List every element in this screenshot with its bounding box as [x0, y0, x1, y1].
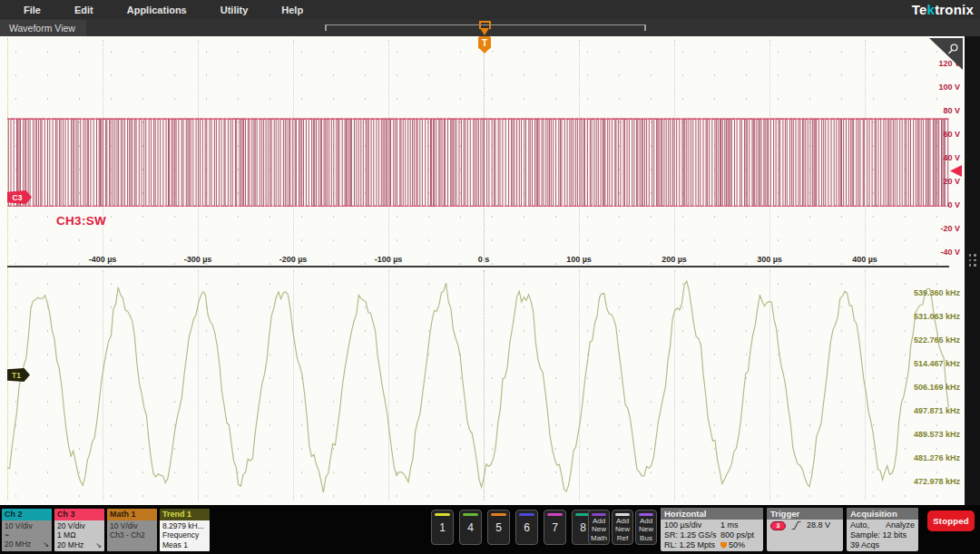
horizontal-row: SR: 1.25 GS/s800 ps/pt [664, 530, 760, 540]
badge-body: 10 V/div⌁20 MHz↘ [2, 520, 52, 552]
badge-text: 20 MHz [57, 540, 83, 550]
logo-te: Te [912, 2, 927, 17]
channel-color-stripe [435, 513, 450, 516]
trigger-panel-body: 3 28.8 V [767, 520, 843, 531]
frequency-label: 514.467 kHz [914, 359, 960, 368]
run-stop-button[interactable]: Stopped [927, 510, 975, 531]
trigger-panel-title: Trigger [767, 508, 843, 520]
acquisition-panel-title: Acquisition [847, 508, 918, 520]
scope-button-label: 4 [467, 521, 474, 534]
add-button-stripe [592, 513, 606, 516]
menu-bar: FileEditApplicationsUtilityHelp Tektroni… [0, 0, 980, 19]
channel-badge-ch2[interactable]: Ch 210 V/div⌁20 MHz↘ [2, 509, 52, 551]
horizontal-panel-title: Horizontal [661, 508, 763, 520]
horizontal-right-value: 800 ps/pt [720, 530, 754, 540]
badge-text: 20 MHz [5, 539, 31, 549]
settings-bar: Ch 210 V/div⌁20 MHz↘Ch 320 V/div1 MΩ20 M… [0, 505, 980, 554]
horizontal-left-value: RL: 1.25 Mpts [664, 540, 720, 550]
badge-row: Ch3 - Ch2 [110, 530, 154, 540]
badge-row: 20 V/div [57, 521, 102, 531]
trigger-source-badge: 3 [770, 521, 786, 530]
add-button-label: Add New Ref [615, 517, 630, 543]
badge-body: 20 V/div1 MΩ20 MHz↘ [54, 520, 104, 552]
horizontal-left-value: SR: 1.25 GS/s [664, 530, 720, 540]
badge-text: 20 V/div [57, 521, 85, 531]
time-label: -400 µs [89, 255, 117, 264]
scope-button-4[interactable]: 4 [459, 510, 482, 545]
scope-button-6[interactable]: 6 [515, 510, 538, 545]
add-new-math-button[interactable]: Add New Math [588, 510, 610, 545]
voltage-label: 100 V [938, 83, 960, 92]
horizontal-row: 100 µs/div1 ms [664, 520, 760, 530]
scope-button-label: 7 [552, 521, 558, 534]
expansion-point-icon [720, 542, 727, 549]
voltage-label: 0 V [947, 200, 960, 209]
time-label: 400 µs [852, 255, 877, 264]
frequency-label: 531.063 kHz [914, 312, 960, 321]
oscilloscope-app: FileEditApplicationsUtilityHelp Tektroni… [0, 0, 980, 554]
scope-button-1[interactable]: 1 [431, 510, 454, 545]
badge-row: Frequency [162, 530, 207, 540]
menu-item-help[interactable]: Help [281, 5, 303, 15]
trigger-panel[interactable]: Trigger 3 28.8 V [767, 508, 843, 551]
acquisition-mode: Auto, [850, 520, 869, 530]
badge-body: 8.2979 kH...FrequencyMeas 1 [160, 520, 210, 552]
waveform-canvas[interactable] [0, 36, 965, 505]
badge-row: Meas 1 [162, 540, 207, 550]
badge-row: 20 MHz↘ [5, 539, 49, 549]
bandwidth-icon: ↘ [43, 540, 49, 549]
waveform-display-area[interactable]: 120 V100 V80 V60 V40 V20 V0 V-20 V-40 V … [0, 36, 980, 505]
time-axis-line [7, 266, 949, 267]
time-label: 200 µs [662, 255, 687, 264]
frequency-label: 497.871 kHz [914, 406, 960, 415]
scope-button-7[interactable]: 7 [544, 510, 566, 545]
time-label: 300 µs [757, 255, 782, 264]
badge-row: 10 V/div [110, 521, 154, 531]
voltage-label: 80 V [943, 106, 960, 115]
horizontal-panel[interactable]: Horizontal 100 µs/div1 msSR: 1.25 GS/s80… [661, 508, 763, 551]
frequency-label: 481.276 kHz [914, 453, 960, 462]
horizontal-right-text: 800 ps/pt [720, 530, 754, 540]
badge-text: 10 V/div [5, 521, 33, 531]
time-label: 0 s [478, 255, 490, 264]
channel-badge-math1[interactable]: Math 110 V/divCh3 - Ch2 [107, 509, 157, 551]
time-label: -100 µs [375, 255, 403, 264]
badge-text: Meas 1 [162, 540, 188, 550]
voltage-label: 60 V [943, 130, 960, 139]
frequency-label: 539.360 kHz [914, 288, 960, 297]
logo-tronix: tronix [935, 2, 974, 17]
time-label: -300 µs [184, 255, 212, 264]
voltage-label: -40 V [940, 248, 960, 257]
add-new-bus-button[interactable]: Add New Bus [635, 510, 657, 545]
acquisition-panel[interactable]: Acquisition Auto, Analyze Sample: 12 bit… [847, 508, 918, 551]
menu-item-applications[interactable]: Applications [127, 5, 187, 15]
badge-title: Math 1 [107, 509, 157, 520]
channel-color-stripe [491, 513, 506, 516]
magnifier-icon [946, 43, 959, 55]
scope-button-5[interactable]: 5 [487, 510, 510, 545]
channel-badge-trend1[interactable]: Trend 18.2979 kH...FrequencyMeas 1 [160, 509, 210, 551]
scope-button-label: 5 [495, 521, 502, 534]
probe-icon: ⌁ [5, 530, 9, 539]
trigger-position-arrow-icon [480, 28, 489, 40]
splitter-grip[interactable] [969, 254, 977, 267]
trigger-slope-icon [790, 520, 802, 530]
menu-item-edit[interactable]: Edit [74, 5, 93, 15]
frequency-label: 506.169 kHz [914, 383, 960, 392]
menu-item-file[interactable]: File [24, 5, 41, 15]
badge-row: ⌁ [5, 530, 49, 539]
horizontal-right-text: 50% [729, 540, 745, 550]
voltage-label: 40 V [943, 153, 960, 162]
scope-button-label: 1 [439, 521, 446, 534]
add-new-ref-button[interactable]: Add New Ref [612, 510, 633, 545]
tab-waveform-view[interactable]: Waveform View [0, 20, 86, 36]
time-label: -200 µs [279, 255, 308, 264]
badge-title: Ch 2 [2, 509, 52, 520]
trigger-level-value: 28.8 V [807, 520, 830, 530]
channel-color-stripe [519, 513, 534, 516]
menu-item-utility[interactable]: Utility [220, 5, 249, 15]
badge-text: 1 MΩ [57, 530, 76, 540]
channel-badge-ch3[interactable]: Ch 320 V/div1 MΩ20 MHz↘ [54, 509, 104, 551]
channel-color-stripe [547, 513, 563, 516]
voltage-label: 20 V [943, 177, 960, 186]
